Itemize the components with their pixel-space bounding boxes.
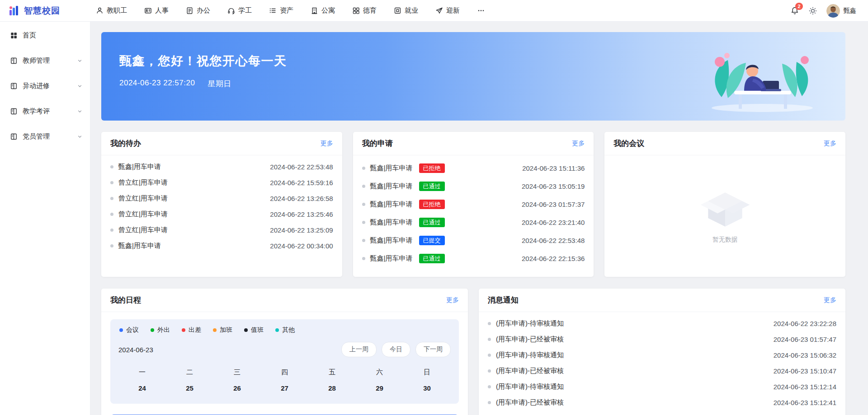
nav-item-label: 迎新 bbox=[446, 6, 460, 15]
apply-item[interactable]: 甄鑫|用车申请已通过2024-06-22 22:15:36 bbox=[362, 249, 585, 267]
sidebar-item-teaching-eval[interactable]: 教学考评 bbox=[0, 98, 90, 124]
schedule-more-link[interactable]: 更多 bbox=[446, 296, 459, 304]
notifications-button[interactable]: 2 bbox=[790, 6, 799, 15]
legend-label: 出差 bbox=[189, 326, 201, 334]
next-week-button[interactable]: 下一周 bbox=[415, 342, 451, 357]
today-button[interactable]: 今日 bbox=[382, 342, 410, 357]
message-item[interactable]: (用车申请)-已经被审核2024-06-23 01:57:47 bbox=[488, 331, 836, 347]
message-item-text: (用车申请)-待审核通知 bbox=[496, 382, 564, 391]
nav-item-asset[interactable]: 资产 bbox=[269, 6, 293, 15]
todo-item-time: 2024-06-22 13:26:58 bbox=[270, 195, 333, 202]
todo-item[interactable]: 曾立红|用车申请2024-06-22 13:25:09 bbox=[110, 222, 333, 238]
notebook-icon bbox=[10, 82, 18, 90]
nav-item-label: 就业 bbox=[405, 6, 418, 15]
legend-item: 值班 bbox=[244, 326, 264, 334]
sidebar-item-teacher-mgmt[interactable]: 教师管理 bbox=[0, 48, 90, 73]
message-more-link[interactable]: 更多 bbox=[824, 296, 836, 304]
todo-item[interactable]: 甄鑫|用车申请2024-06-22 22:53:48 bbox=[110, 159, 333, 175]
message-item-text: (用车申请)-已经被审核 bbox=[496, 367, 564, 375]
nav-item-staff[interactable]: 教职工 bbox=[96, 6, 127, 15]
nav-item-moral[interactable]: 德育 bbox=[352, 6, 377, 15]
bullet-dot bbox=[110, 181, 113, 184]
nav-item-employment[interactable]: 就业 bbox=[394, 6, 418, 15]
todo-item-text: 甄鑫|用车申请 bbox=[118, 163, 161, 171]
nav-item-hr[interactable]: 人事 bbox=[144, 6, 169, 15]
todo-item-time: 2024-06-22 13:25:09 bbox=[270, 226, 333, 234]
home-dashboard-icon bbox=[10, 32, 18, 39]
todo-item[interactable]: 甄鑫|用车申请2024-06-22 00:34:00 bbox=[110, 238, 333, 254]
apply-item[interactable]: 甄鑫|用车申请已提交2024-06-22 22:53:48 bbox=[362, 231, 585, 249]
nav-item-label: 公寓 bbox=[321, 6, 335, 15]
legend-label: 加班 bbox=[220, 326, 232, 334]
todo-list: 甄鑫|用车申请2024-06-22 22:53:48 曾立红|用车申请2024-… bbox=[101, 155, 342, 254]
todo-item-text: 曾立红|用车申请 bbox=[118, 194, 168, 203]
apply-item[interactable]: 甄鑫|用车申请已拒绝2024-06-23 15:11:36 bbox=[362, 159, 585, 177]
sidebar-item-party-mgmt[interactable]: 党员管理 bbox=[0, 124, 90, 149]
app-logo[interactable]: 智慧校园 bbox=[8, 5, 90, 17]
todo-card-header: 我的待办 更多 bbox=[101, 132, 342, 155]
message-item[interactable]: (用车申请)-待审核通知2024-06-22 23:22:28 bbox=[488, 316, 836, 331]
todo-more-link[interactable]: 更多 bbox=[321, 140, 333, 148]
schedule-current-date: 2024-06-23 bbox=[118, 346, 153, 354]
legend-item: 出差 bbox=[182, 326, 201, 334]
prev-week-button[interactable]: 上一周 bbox=[341, 342, 377, 357]
sidebar-item-transfer-training[interactable]: 异动进修 bbox=[0, 73, 90, 98]
date-row: 24 25 26 27 28 29 30 bbox=[118, 384, 451, 392]
apply-card-title: 我的申请 bbox=[362, 138, 393, 149]
message-item-time: 2024-06-23 01:57:47 bbox=[774, 336, 836, 343]
bullet-dot bbox=[488, 322, 491, 325]
todo-item[interactable]: 曾立红|用车申请2024-06-22 15:59:16 bbox=[110, 175, 333, 191]
bullet-dot bbox=[362, 257, 365, 260]
apply-item-time: 2024-06-22 22:53:48 bbox=[522, 237, 585, 244]
list-icon bbox=[269, 7, 277, 14]
message-item[interactable]: (用车申请)-已经被审核2024-06-23 15:10:47 bbox=[488, 363, 836, 379]
bullet-dot bbox=[362, 221, 365, 224]
bullet-dot bbox=[362, 185, 365, 188]
sidebar-item-label: 党员管理 bbox=[23, 132, 72, 141]
apply-item-text: 甄鑫|用车申请 bbox=[370, 182, 413, 191]
apply-item[interactable]: 甄鑫|用车申请已通过2024-06-22 23:21:40 bbox=[362, 213, 585, 231]
apply-item-text: 甄鑫|用车申请 bbox=[370, 200, 413, 209]
date-cell[interactable]: 29 bbox=[356, 384, 403, 392]
todo-item[interactable]: 曾立红|用车申请2024-06-22 13:25:46 bbox=[110, 206, 333, 222]
nav-item-office[interactable]: 办公 bbox=[186, 6, 210, 15]
chevron-down-icon bbox=[77, 83, 83, 89]
bullet-dot bbox=[110, 244, 113, 247]
date-cell[interactable]: 25 bbox=[166, 384, 213, 392]
date-cell[interactable]: 24 bbox=[118, 384, 166, 392]
nav-item-label: 资产 bbox=[280, 6, 293, 15]
status-badge: 已拒绝 bbox=[419, 200, 445, 209]
user-menu[interactable]: 甄鑫 bbox=[826, 4, 856, 18]
legend-label: 值班 bbox=[251, 326, 264, 334]
nav-item-welcome[interactable]: 迎新 bbox=[435, 6, 460, 15]
date-cell[interactable]: 27 bbox=[261, 384, 308, 392]
meeting-more-link[interactable]: 更多 bbox=[824, 140, 836, 148]
settings-button[interactable] bbox=[808, 6, 817, 15]
message-item[interactable]: (用车申请)-待审核通知2024-06-23 15:06:32 bbox=[488, 347, 836, 363]
weekday-cell: 二 bbox=[166, 368, 213, 377]
bullet-dot bbox=[488, 401, 491, 404]
legend-dot-other bbox=[275, 328, 279, 332]
notebook-icon bbox=[10, 107, 18, 115]
date-cell[interactable]: 30 bbox=[403, 384, 451, 392]
status-badge: 已提交 bbox=[419, 236, 445, 245]
notebook-icon bbox=[10, 57, 18, 65]
apply-more-link[interactable]: 更多 bbox=[572, 140, 585, 148]
nav-item-student[interactable]: 学工 bbox=[227, 6, 252, 15]
message-item-time: 2024-06-23 15:12:14 bbox=[774, 383, 836, 391]
message-item[interactable]: (用车申请)-待审核通知2024-06-23 15:12:14 bbox=[488, 379, 836, 395]
nav-more-button[interactable] bbox=[477, 7, 485, 14]
todo-item[interactable]: 曾立红|用车申请2024-06-22 13:26:58 bbox=[110, 191, 333, 206]
bullet-dot bbox=[362, 167, 365, 170]
bullet-dot bbox=[362, 203, 365, 206]
apply-item[interactable]: 甄鑫|用车申请已通过2024-06-23 15:05:19 bbox=[362, 177, 585, 195]
date-cell[interactable]: 26 bbox=[213, 384, 261, 392]
nav-item-apartment[interactable]: 公寓 bbox=[311, 6, 335, 15]
message-item[interactable]: (用车申请)-已经被审核2024-06-23 15:12:41 bbox=[488, 395, 836, 410]
legend-dot-overtime bbox=[213, 328, 217, 332]
legend-item: 加班 bbox=[213, 326, 232, 334]
sidebar-item-home[interactable]: 首页 bbox=[0, 23, 90, 48]
apply-item[interactable]: 甄鑫|用车申请已拒绝2024-06-23 01:57:37 bbox=[362, 195, 585, 213]
summary-cards-row: 我的待办 更多 甄鑫|用车申请2024-06-22 22:53:48 曾立红|用… bbox=[101, 132, 845, 277]
date-cell[interactable]: 28 bbox=[308, 384, 356, 392]
